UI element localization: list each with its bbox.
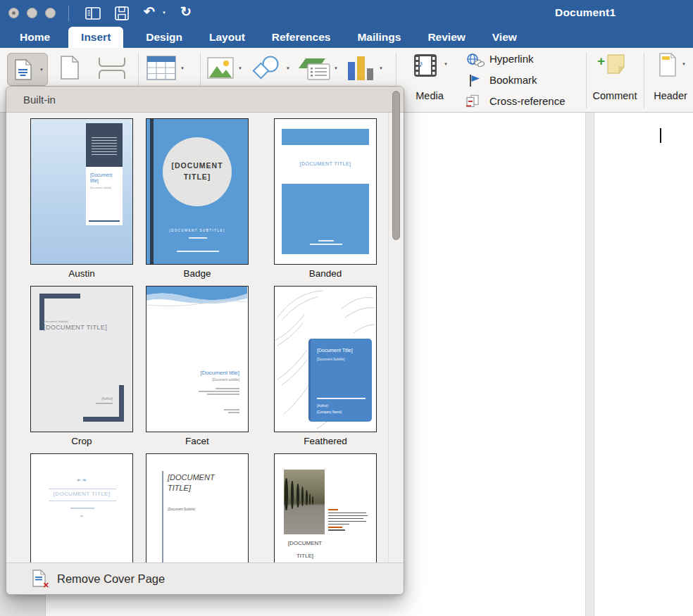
shapes-button[interactable]	[251, 55, 282, 82]
comment-note-icon	[603, 53, 625, 77]
cover-page-caret[interactable]: ▼	[39, 68, 44, 72]
bookmark-label: Bookmark	[489, 74, 537, 86]
template-name: Crop	[30, 436, 133, 446]
smartart-button[interactable]	[299, 57, 331, 81]
text-cursor	[660, 128, 661, 143]
table-caret[interactable]: ▼	[180, 66, 185, 70]
hyperlink-icon	[466, 53, 485, 67]
tab-mailings[interactable]: Mailings	[353, 27, 405, 48]
close-window-button[interactable]	[8, 8, 19, 18]
word-window: ↶ ▼ ↻ Document1 Home Insert Design Layou…	[0, 0, 693, 616]
template-name: Banded	[274, 268, 377, 279]
page-gap	[585, 113, 594, 616]
dropdown-scrollbar-track	[388, 113, 389, 562]
template-name: Feathered	[274, 436, 377, 446]
dropdown-scrollbar[interactable]	[392, 91, 400, 240]
header-button[interactable]: ▼ Header	[648, 48, 693, 113]
flourish-icon: ❧	[31, 513, 132, 518]
chart-icon	[346, 55, 375, 82]
flourish-icon: ❧❧	[31, 477, 132, 484]
cover-template-filigree[interactable]: ❧❧ [DOCUMENT TITLE] ❧	[30, 453, 133, 564]
template-name: Badge	[146, 268, 249, 279]
austin-thumbnail: [Document title] [Document subtitle]	[30, 118, 133, 265]
sidebar-icon	[85, 6, 101, 21]
cover-template-facet[interactable]: [Document title] [Document subtitle] Fac…	[146, 286, 249, 446]
photo-thumbnail: [DOCUMENT TITLE]	[274, 453, 377, 564]
tab-references[interactable]: References	[268, 27, 335, 48]
zoom-window-button[interactable]	[45, 8, 56, 18]
chart-caret[interactable]: ▼	[379, 66, 383, 70]
dropdown-section-title: Built-in	[6, 87, 404, 113]
titlebar: ↶ ▼ ↻ Document1	[0, 0, 693, 27]
close-icon	[12, 11, 15, 15]
comment-button[interactable]: + Comment	[589, 48, 641, 113]
header-caret[interactable]: ▼	[682, 62, 686, 66]
cover-page-button[interactable]: ▼	[7, 53, 48, 86]
ribbon-separator	[200, 52, 201, 86]
ribbon-separator	[586, 52, 587, 108]
tab-design[interactable]: Design	[142, 27, 187, 48]
smartart-caret[interactable]: ▼	[334, 66, 338, 70]
page-break-button[interactable]	[97, 58, 127, 79]
undo-button[interactable]: ↶	[144, 4, 155, 20]
cover-template-feathered[interactable]: [Document Title] [Document Subtitle] [Au…	[274, 286, 377, 446]
cross-reference-button[interactable]: Cross-reference	[465, 94, 592, 108]
chart-button[interactable]	[346, 55, 375, 82]
cover-template-banded[interactable]: [DOCUMENT TITLE] Banded	[274, 118, 377, 279]
badge-thumbnail: [DOCUMENT TITLE] [DOCUMENT SUBTITLE]	[146, 118, 249, 265]
minimize-window-button[interactable]	[27, 8, 37, 18]
tab-view[interactable]: View	[488, 27, 521, 48]
tab-insert[interactable]: Insert	[68, 27, 123, 48]
document-title: Document1	[555, 6, 616, 19]
remove-cover-page-button[interactable]: ✕ Remove Cover Page	[6, 562, 404, 594]
italic-thumbnail: [DOCUMENT TITLE] [Document Subtitle]	[146, 453, 249, 564]
cover-page-dropdown: Built-in [Document title] [Document subt…	[6, 86, 404, 595]
picture-icon	[207, 57, 234, 79]
header-icon	[658, 52, 678, 77]
blank-page-icon	[59, 55, 80, 80]
table-button[interactable]	[146, 56, 176, 81]
blank-page-button[interactable]	[59, 55, 80, 80]
tab-review[interactable]: Review	[423, 27, 469, 48]
cover-template-badge[interactable]: [DOCUMENT TITLE] [DOCUMENT SUBTITLE] Bad…	[146, 118, 249, 279]
cover-template-austin[interactable]: [Document title] [Document subtitle] Aus…	[30, 118, 133, 279]
banded-thumbnail: [DOCUMENT TITLE]	[274, 118, 377, 265]
pictures-button[interactable]	[207, 57, 234, 79]
cover-template-italic[interactable]: [DOCUMENT TITLE] [Document Subtitle]	[146, 453, 249, 564]
toggle-sidebar-button[interactable]	[85, 6, 101, 21]
template-name: Facet	[146, 436, 249, 446]
remove-cover-page-label: Remove Cover Page	[57, 572, 165, 586]
pictures-caret[interactable]: ▼	[238, 66, 242, 70]
undo-menu-caret[interactable]: ▼	[162, 11, 166, 15]
media-button[interactable]: ♪ ▼ Media	[403, 48, 456, 113]
window-controls	[8, 8, 56, 18]
repeat-icon: ↻	[180, 4, 192, 19]
cover-template-crop[interactable]: [Document Subtitle] [DOCUMENT TITLE] [Au…	[30, 286, 133, 446]
ribbon-tabs: Home Insert Design Layout References Mai…	[0, 27, 693, 48]
repeat-button[interactable]: ↻	[180, 4, 192, 20]
save-button[interactable]	[114, 6, 130, 21]
cross-reference-label: Cross-reference	[489, 95, 566, 107]
cover-page-gallery: [Document title] [Document subtitle] Aus…	[6, 113, 404, 564]
cover-template-photo[interactable]: [DOCUMENT TITLE]	[274, 453, 377, 564]
cross-reference-icon	[465, 94, 482, 108]
tab-home[interactable]: Home	[15, 27, 54, 48]
bookmark-flag-icon	[468, 73, 482, 87]
shapes-icon	[251, 55, 282, 82]
media-label: Media	[403, 90, 456, 101]
tab-layout[interactable]: Layout	[205, 27, 249, 48]
crop-thumbnail: [Document Subtitle] [DOCUMENT TITLE] [Au…	[30, 286, 133, 432]
hyperlink-button[interactable]: Hyperlink	[466, 52, 586, 66]
comment-label: Comment	[589, 90, 641, 101]
plus-icon: +	[597, 54, 605, 68]
media-icon	[413, 53, 438, 78]
shapes-caret[interactable]: ▼	[286, 66, 290, 70]
table-icon	[146, 56, 176, 81]
save-icon	[114, 6, 130, 21]
cypress-road-photo	[284, 470, 325, 534]
facet-wave-decoration	[146, 287, 247, 310]
bookmark-button[interactable]: Bookmark	[466, 73, 586, 87]
smartart-icon	[299, 57, 331, 81]
media-caret[interactable]: ▼	[444, 62, 448, 66]
hyperlink-label: Hyperlink	[489, 53, 534, 65]
